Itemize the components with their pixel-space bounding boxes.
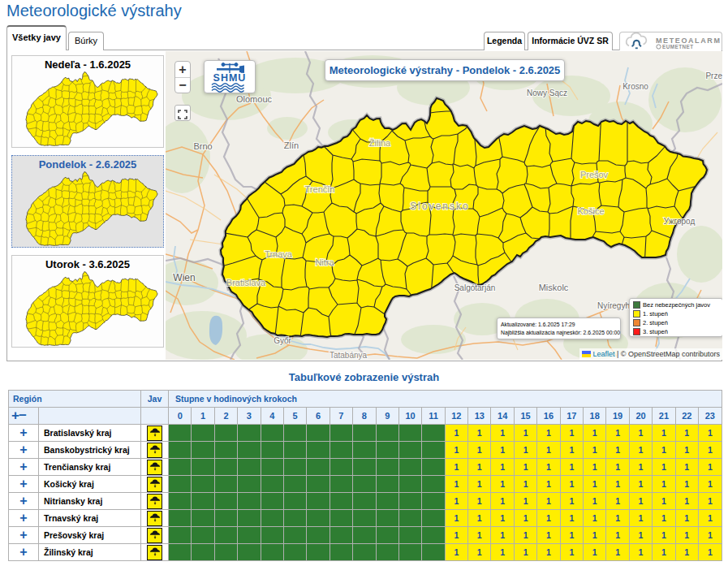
svg-text:Győr: Győr	[274, 336, 291, 345]
svg-text:Bratislava: Bratislava	[226, 278, 266, 287]
svg-text:METEOALARM: METEOALARM	[656, 37, 722, 45]
svg-text:Trenčín: Trenčín	[305, 184, 335, 194]
svg-text:SHMÚ: SHMÚ	[213, 71, 247, 84]
svg-text:Brno: Brno	[193, 141, 212, 151]
svg-text:Prešov: Prešov	[580, 170, 609, 179]
svg-text:Slovensko: Slovensko	[410, 201, 469, 212]
svg-text:Krosno: Krosno	[622, 82, 648, 91]
svg-text:Salgótarján: Salgótarján	[454, 283, 496, 292]
svg-text:Tatabánya: Tatabánya	[330, 351, 368, 360]
svg-text:Olomouc: Olomouc	[236, 94, 273, 104]
svg-text:Przemyśl: Przemyśl	[705, 71, 722, 80]
svg-text:Ужгород: Ужгород	[664, 217, 696, 226]
svg-text:Miskolc: Miskolc	[539, 283, 569, 292]
svg-text:Nowy Sącz: Nowy Sącz	[527, 89, 567, 97]
svg-text:Žilina: Žilina	[369, 138, 391, 148]
svg-text:Košice: Košice	[577, 206, 604, 216]
svg-text:EUMETNET: EUMETNET	[662, 44, 694, 50]
svg-text:Trnava: Trnava	[265, 249, 293, 259]
svg-text:Wien: Wien	[173, 272, 195, 283]
svg-text:Nitra: Nitra	[315, 257, 334, 267]
svg-text:Zlín: Zlín	[284, 140, 299, 150]
